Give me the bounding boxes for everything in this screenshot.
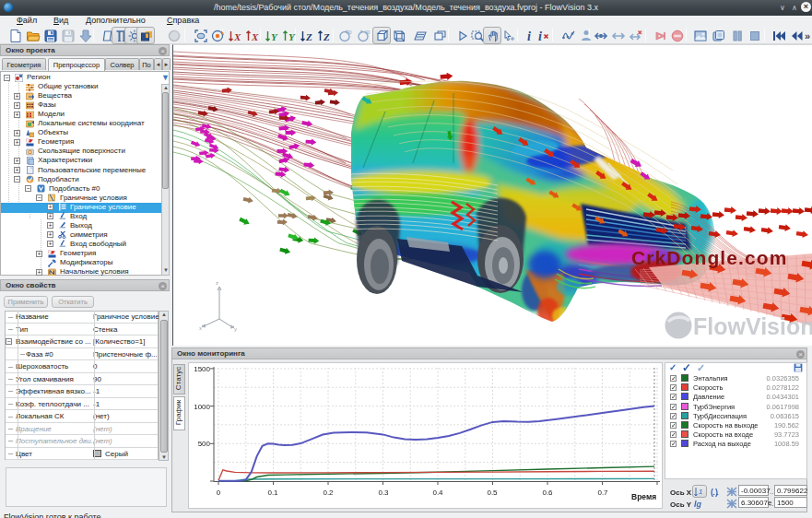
svg-text:lg: lg [694, 500, 702, 509]
svg-text:(: ( [711, 488, 713, 497]
svg-text:1: 1 [699, 488, 702, 496]
svg-text:): ) [715, 488, 718, 497]
